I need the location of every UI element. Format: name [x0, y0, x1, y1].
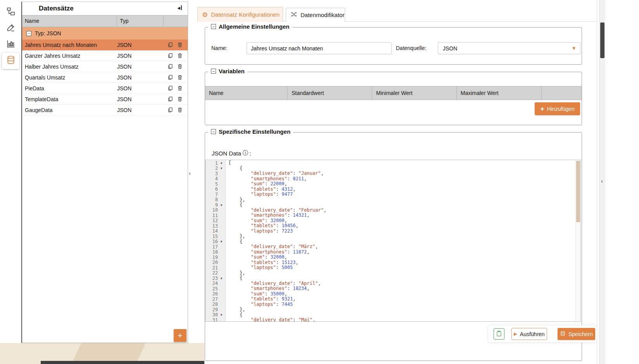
- structure-nav-button[interactable]: [5, 6, 17, 18]
- duplicate-icon[interactable]: [168, 42, 173, 48]
- dataset-name: Ganzer Jahres Umsatz: [22, 53, 117, 59]
- dataset-row[interactable]: TemplateDataJSON: [22, 94, 188, 105]
- dataset-row[interactable]: GaugeDataJSON: [22, 105, 188, 116]
- name-input[interactable]: [247, 42, 392, 54]
- delete-icon[interactable]: [177, 53, 183, 59]
- code-line: "tablets": 9321,: [228, 297, 575, 302]
- collapse-section-icon[interactable]: −: [211, 24, 216, 29]
- json-code-editor[interactable]: 1▾2▾3456789▾10111213141516▾1718192021222…: [205, 160, 581, 322]
- line-number: 7: [206, 192, 218, 197]
- editor-scrollbar[interactable]: [575, 160, 580, 321]
- line-number: 15: [206, 234, 218, 239]
- tab-label: Datenmodifikator: [301, 12, 344, 18]
- info-icon[interactable]: ⓘ: [243, 150, 248, 157]
- line-number: 29: [206, 307, 218, 312]
- background-decoration: [0, 343, 204, 364]
- dataset-group-row[interactable]: − Typ: JSON: [22, 27, 188, 40]
- collapse-group-icon[interactable]: −: [26, 31, 31, 36]
- line-number: 10: [206, 207, 218, 213]
- name-label: Name:: [211, 42, 227, 54]
- line-number: 4: [206, 176, 218, 181]
- panel-title: Datensätze: [39, 5, 74, 12]
- editor-scrollbar-thumb[interactable]: [576, 161, 580, 222]
- fold-icon[interactable]: ▾: [218, 166, 224, 170]
- line-number: 24: [206, 281, 218, 286]
- right-panel-handle[interactable]: ‹: [601, 178, 603, 184]
- delete-icon[interactable]: [177, 85, 183, 91]
- code-line: "smartphones": 8211,: [228, 176, 575, 182]
- var-column-name: Name: [205, 86, 288, 100]
- tab-datenmodifikator[interactable]: Datenmodifikator: [286, 8, 345, 22]
- page-scrollbar-thumb[interactable]: [600, 22, 604, 58]
- code-line: "laptops": 9477: [228, 192, 575, 197]
- duplicate-icon[interactable]: [168, 85, 173, 91]
- delete-icon[interactable]: [177, 96, 183, 102]
- add-dataset-button[interactable]: +: [174, 329, 187, 342]
- line-number: 14: [206, 228, 218, 234]
- fold-icon[interactable]: ▾: [218, 313, 224, 317]
- tab-datensatz-konfigurationen[interactable]: ⚙ Datensatz Konfigurationen: [197, 7, 283, 22]
- splitter-collapse-handle[interactable]: ‹: [189, 170, 191, 176]
- collapse-section-icon[interactable]: −: [211, 69, 216, 74]
- code-line: [: [228, 160, 575, 166]
- charts-nav-button[interactable]: [5, 39, 17, 50]
- code-line: },: [228, 271, 575, 276]
- bar-chart-icon: [6, 39, 16, 50]
- fold-icon[interactable]: ▾: [218, 203, 224, 207]
- code-line: {: [228, 202, 575, 208]
- fold-icon[interactable]: ▾: [218, 161, 224, 165]
- delete-icon[interactable]: [177, 107, 183, 113]
- datasource-select[interactable]: JSON ▼: [438, 42, 580, 54]
- collapse-section-icon[interactable]: −: [211, 129, 216, 134]
- datasource-value: JSON: [443, 45, 457, 52]
- datasets-nav-button[interactable]: [2, 53, 19, 69]
- edit-nav-button[interactable]: [5, 22, 17, 34]
- background-strip: [41, 361, 204, 364]
- action-bar: ▶ Ausführen Speichern: [488, 325, 597, 343]
- line-number: 6: [206, 186, 218, 192]
- run-button[interactable]: ▶ Ausführen: [511, 328, 547, 340]
- dataset-name: Jahres Umsatz nach Monaten: [22, 42, 117, 48]
- dataset-row[interactable]: Ganzer Jahres UmsatzJSON: [22, 50, 188, 61]
- plus-icon: +: [540, 105, 544, 112]
- clipboard-icon: [496, 330, 502, 338]
- dataset-row[interactable]: Jahres Umsatz nach MonatenJSON: [22, 40, 188, 50]
- play-icon: ▶: [514, 331, 517, 336]
- duplicate-icon[interactable]: [168, 96, 173, 102]
- var-column-min: Minimaler Wert: [372, 86, 457, 100]
- dataset-row[interactable]: Quartals UmsatzJSON: [22, 72, 188, 83]
- modifier-icon: [290, 11, 297, 19]
- line-number: 28: [206, 302, 218, 307]
- line-number: 18: [206, 249, 218, 255]
- save-button[interactable]: Speichern: [558, 328, 595, 340]
- var-column-max: Maximaler Wert: [457, 86, 542, 100]
- page-scrollbar[interactable]: ‹: [599, 0, 605, 364]
- delete-icon[interactable]: [177, 64, 183, 69]
- fold-icon[interactable]: ▾: [218, 240, 224, 243]
- duplicate-icon[interactable]: [168, 107, 173, 113]
- datasource-label: Datenquelle:: [396, 42, 427, 54]
- dataset-row[interactable]: PieDataJSON: [22, 83, 188, 94]
- editor-code[interactable]: [ { "delivery_date": "Januar", "smartpho…: [226, 160, 575, 321]
- line-number: 5: [206, 181, 218, 187]
- duplicate-icon[interactable]: [168, 74, 173, 80]
- structure-icon: [6, 7, 16, 17]
- collapse-panel-icon[interactable]: ◀: [177, 5, 182, 10]
- delete-icon[interactable]: [177, 74, 183, 80]
- delete-icon[interactable]: [177, 42, 183, 48]
- dataset-row[interactable]: Halber Jahres UmsatzJSON: [22, 61, 188, 72]
- duplicate-icon[interactable]: [168, 64, 173, 69]
- line-number: 2: [206, 166, 218, 171]
- dataset-name: PieData: [22, 85, 117, 91]
- add-variable-button[interactable]: + Hinzufügen: [535, 102, 580, 115]
- json-data-label-colon: :: [250, 150, 251, 157]
- line-number: 31: [206, 317, 218, 322]
- column-header-typ[interactable]: Typ: [117, 16, 164, 27]
- dataset-type: JSON: [117, 53, 164, 59]
- duplicate-icon[interactable]: [168, 53, 173, 59]
- column-header-name[interactable]: Name: [22, 16, 117, 27]
- line-number: 23: [206, 276, 218, 281]
- line-number: 12: [206, 218, 218, 223]
- paste-button[interactable]: [494, 328, 504, 340]
- fold-icon[interactable]: ▾: [218, 276, 224, 280]
